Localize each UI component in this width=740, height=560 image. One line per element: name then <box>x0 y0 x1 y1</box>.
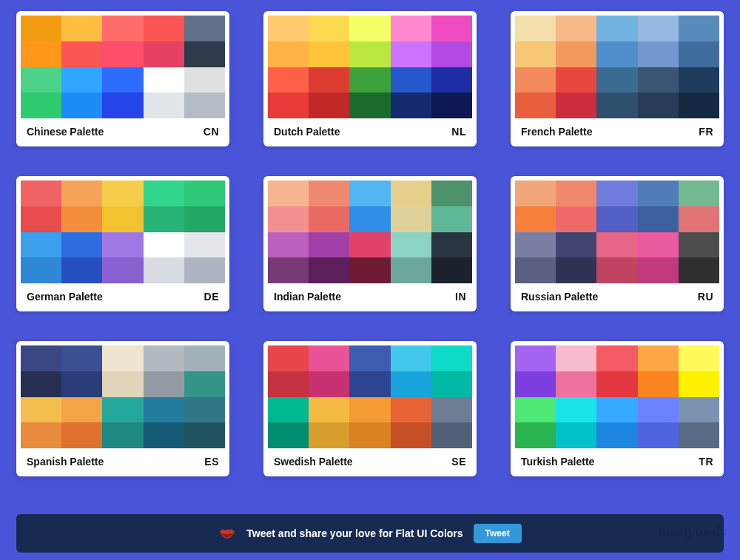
swatch <box>268 206 309 232</box>
swatch <box>515 16 556 41</box>
swatch <box>679 232 719 258</box>
swatch <box>309 67 349 93</box>
swatch <box>309 92 349 118</box>
swatch <box>102 92 143 118</box>
palette-card[interactable]: French PaletteFR <box>511 11 724 146</box>
palette-card[interactable]: Turkish PaletteTR <box>511 341 724 476</box>
swatch <box>144 181 184 206</box>
swatch <box>61 371 102 397</box>
swatch <box>184 371 225 397</box>
swatch <box>102 41 143 67</box>
swatch <box>21 16 61 41</box>
swatch <box>349 16 390 41</box>
swatch <box>268 181 309 206</box>
swatch <box>638 206 679 232</box>
swatch <box>596 232 637 258</box>
swatch <box>679 181 719 206</box>
palette-card[interactable]: German PaletteDE <box>16 176 229 311</box>
palette-card[interactable]: Dutch PaletteNL <box>263 11 477 146</box>
palette-code: SE <box>451 456 466 468</box>
swatch <box>349 232 390 258</box>
swatch <box>679 345 719 371</box>
swatch <box>184 422 225 448</box>
swatch <box>144 397 184 423</box>
swatch <box>184 397 225 423</box>
swatch <box>431 257 472 283</box>
palette-card[interactable]: Chinese PaletteCN <box>16 11 229 146</box>
swatch <box>556 67 596 93</box>
swatch <box>679 16 719 41</box>
palette-name: Chinese Palette <box>27 126 104 138</box>
swatch <box>268 232 309 258</box>
swatch <box>309 345 349 371</box>
swatch <box>391 67 431 93</box>
swatch <box>61 206 102 232</box>
swatch <box>268 257 309 283</box>
swatch <box>184 92 225 118</box>
swatch <box>184 206 225 232</box>
palette-card[interactable]: Swedish PaletteSE <box>263 341 477 476</box>
swatch <box>349 257 390 283</box>
swatch <box>556 92 596 118</box>
swatch <box>144 257 184 283</box>
swatch-grid <box>515 181 719 283</box>
swatch <box>679 397 719 423</box>
palette-card[interactable]: Indian PaletteIN <box>263 176 477 311</box>
swatch <box>184 232 225 258</box>
swatch <box>596 16 637 41</box>
swatch <box>515 206 556 232</box>
palette-code: NL <box>451 126 466 138</box>
swatch <box>349 422 390 448</box>
swatch <box>309 257 349 283</box>
swatch <box>309 371 349 397</box>
swatch <box>679 422 719 448</box>
swatch <box>268 67 309 93</box>
swatch <box>391 371 431 397</box>
swatch <box>21 371 61 397</box>
swatch <box>431 41 472 67</box>
swatch <box>102 206 143 232</box>
swatch-grid <box>268 181 472 283</box>
swatch <box>596 41 637 67</box>
swatch <box>349 92 390 118</box>
swatch <box>144 67 184 93</box>
swatch <box>61 422 102 448</box>
swatch <box>431 371 472 397</box>
swatch <box>309 232 349 258</box>
swatch <box>61 41 102 67</box>
swatch <box>309 206 349 232</box>
swatch <box>268 41 309 67</box>
palette-card[interactable]: Spanish PaletteES <box>16 341 229 476</box>
swatch <box>596 181 637 206</box>
swatch <box>431 206 472 232</box>
card-footer: Swedish PaletteSE <box>268 448 472 476</box>
swatch <box>21 422 61 448</box>
tweet-button[interactable]: Tweet <box>474 524 522 543</box>
swatch <box>349 371 390 397</box>
swatch <box>596 257 637 283</box>
swatch <box>556 422 596 448</box>
palette-code: RU <box>698 291 713 303</box>
palette-grid: Chinese PaletteCNDutch PaletteNLFrench P… <box>0 0 740 476</box>
swatch <box>21 41 61 67</box>
palette-card[interactable]: Russian PaletteRU <box>511 176 724 311</box>
swatch <box>679 92 719 118</box>
swatch <box>679 257 719 283</box>
swatch <box>556 181 596 206</box>
swatch <box>515 41 556 67</box>
swatch <box>596 92 637 118</box>
swatch <box>21 92 61 118</box>
swatch <box>556 232 596 258</box>
swatch <box>144 345 184 371</box>
lips-icon <box>218 528 236 539</box>
swatch <box>349 181 390 206</box>
swatch-grid <box>268 16 472 118</box>
swatch <box>349 67 390 93</box>
swatch <box>556 16 596 41</box>
swatch <box>638 397 679 423</box>
swatch <box>144 232 184 258</box>
swatch <box>21 206 61 232</box>
swatch <box>391 397 431 423</box>
swatch <box>102 16 143 41</box>
swatch <box>21 397 61 423</box>
